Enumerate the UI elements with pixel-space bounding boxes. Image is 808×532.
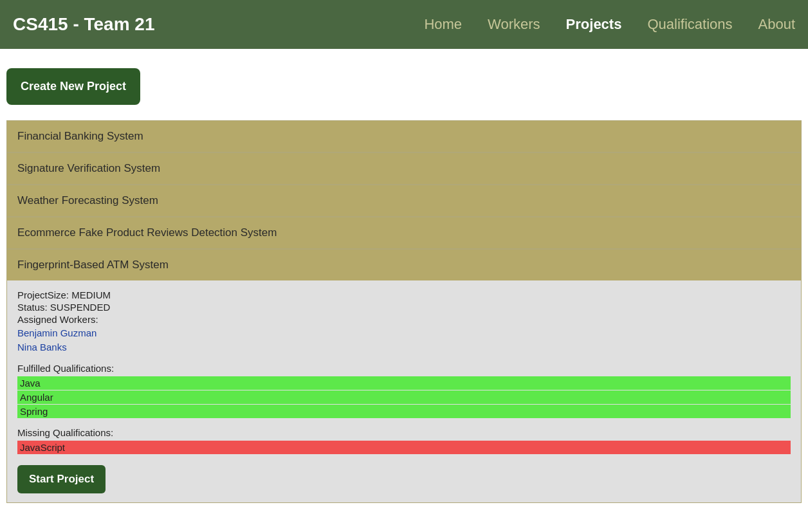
assigned-workers-label: Assigned Workers: <box>17 314 791 325</box>
project-header-0[interactable]: Financial Banking System <box>7 121 801 152</box>
nav-about[interactable]: About <box>758 16 796 33</box>
project-row-4: Fingerprint-Based ATM System ProjectSize… <box>7 250 801 502</box>
app-title: CS415 - Team 21 <box>13 14 155 35</box>
main-nav: Home Workers Projects Qualifications Abo… <box>181 16 796 33</box>
create-new-project-button[interactable]: Create New Project <box>6 68 140 105</box>
nav-home[interactable]: Home <box>424 16 462 33</box>
fulfilled-qual-0: Java <box>17 376 791 390</box>
nav-workers[interactable]: Workers <box>488 16 540 33</box>
project-status: Status: SUSPENDED <box>17 302 791 313</box>
missing-qual-0: JavaScript <box>17 441 791 454</box>
fulfilled-qual-label: Fulfilled Qualifications: <box>17 363 791 374</box>
nav-qualifications[interactable]: Qualifications <box>647 16 732 33</box>
project-row-0: Financial Banking System <box>7 121 801 153</box>
worker-1: Nina Banks <box>17 340 791 354</box>
project-row-2: Weather Forecasting System <box>7 185 801 217</box>
fulfilled-qual-1: Angular <box>17 390 791 404</box>
project-header-1[interactable]: Signature Verification System <box>7 153 801 184</box>
project-list: Financial Banking System Signature Verif… <box>6 120 802 503</box>
project-header-3[interactable]: Ecommerce Fake Product Reviews Detection… <box>7 217 801 248</box>
start-project-button[interactable]: Start Project <box>17 465 106 493</box>
project-row-1: Signature Verification System <box>7 153 801 185</box>
project-size: ProjectSize: MEDIUM <box>17 289 791 300</box>
nav-projects[interactable]: Projects <box>566 16 622 33</box>
project-detail-4: ProjectSize: MEDIUM Status: SUSPENDED As… <box>7 280 801 502</box>
project-header-2[interactable]: Weather Forecasting System <box>7 185 801 216</box>
project-row-3: Ecommerce Fake Product Reviews Detection… <box>7 217 801 250</box>
fulfilled-qual-2: Spring <box>17 405 791 418</box>
project-header-4[interactable]: Fingerprint-Based ATM System <box>7 250 801 280</box>
missing-qual-label: Missing Qualifications: <box>17 427 791 438</box>
worker-0: Benjamin Guzman <box>17 326 791 340</box>
